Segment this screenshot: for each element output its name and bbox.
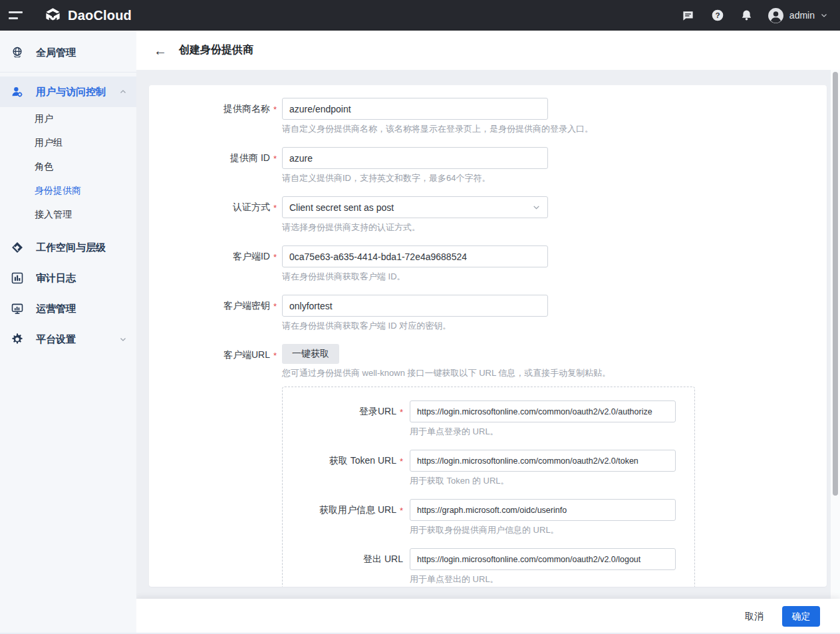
required-mark: *	[400, 406, 403, 417]
message-icon[interactable]	[677, 4, 700, 27]
avatar	[768, 7, 784, 24]
gear-icon	[11, 333, 24, 346]
required-mark: *	[273, 103, 277, 114]
confirm-button[interactable]: 确定	[782, 606, 820, 627]
page-title: 创建身份提供商	[179, 43, 253, 57]
workspace-icon	[11, 241, 24, 254]
sidebar-item-roles[interactable]: 角色	[0, 155, 136, 179]
vertical-scrollbar-thumb[interactable]	[833, 72, 838, 496]
sidebar-item-audit-logs[interactable]: 审计日志	[0, 263, 136, 293]
sidebar: 全局管理 用户与访问控制 用户 用户组 角色 身份提供商	[0, 31, 136, 634]
client-id-input[interactable]	[282, 245, 548, 267]
back-arrow-icon[interactable]: ←	[154, 44, 167, 57]
menu-toggle-icon[interactable]	[0, 0, 31, 31]
sidebar-item-label: 用户与访问控制	[36, 86, 107, 98]
login-url-input[interactable]	[410, 400, 676, 422]
username-label: admin	[789, 10, 815, 21]
brand-name: DaoCloud	[68, 8, 132, 23]
field-userinfo-url: 获取用户信息 URL * 用于获取身份提供商用户信息的 URL。	[283, 499, 694, 536]
sidebar-item-label: 运营管理	[36, 303, 127, 315]
field-label: 获取用户信息 URL	[319, 504, 396, 516]
daocloud-cube-icon	[44, 7, 62, 25]
sidebar-item-label: 平台设置	[36, 333, 107, 346]
globe-icon	[11, 46, 24, 59]
selected-value: Client secret sent as post	[289, 202, 394, 213]
user-chevron-down-icon	[820, 11, 828, 19]
sidebar-item-label: 用户	[35, 113, 53, 125]
token-url-input[interactable]	[410, 450, 676, 472]
vertical-scrollbar-track[interactable]	[831, 70, 840, 599]
sidebar-item-platform-settings[interactable]: 平台设置	[0, 324, 136, 355]
sidebar-item-identity-providers[interactable]: 身份提供商	[0, 179, 136, 203]
provider-id-input[interactable]	[282, 147, 548, 169]
sidebar-item-label: 身份提供商	[35, 185, 81, 197]
brand-logo[interactable]: DaoCloud	[44, 7, 132, 25]
required-mark: *	[273, 152, 277, 164]
sidebar-item-global-management[interactable]: 全局管理	[0, 31, 136, 71]
sidebar-item-label: 全局管理	[36, 47, 127, 59]
chevron-down-icon	[119, 335, 127, 343]
sidebar-item-user-groups[interactable]: 用户组	[0, 131, 136, 155]
required-mark: *	[273, 202, 277, 213]
field-help: 请自定义身份提供商名称，该名称将显示在登录页上，是身份提供商的登录入口。	[282, 124, 593, 134]
help-icon[interactable]: ?	[706, 4, 729, 27]
svg-text:?: ?	[715, 11, 720, 19]
sidebar-item-label: 用户组	[35, 137, 63, 149]
sidebar-item-label: 角色	[35, 161, 53, 173]
field-label: 获取 Token URL	[329, 455, 396, 467]
sidebar-item-users-access-control[interactable]: 用户与访问控制	[0, 77, 136, 107]
sidebar-item-label: 审计日志	[36, 272, 127, 285]
field-client-secret: 客户端密钥 * 请在身份提供商获取客户端 ID 对应的密钥。	[149, 295, 827, 331]
field-help: 用于获取身份提供商用户信息的 URL。	[410, 525, 676, 536]
logout-url-input[interactable]	[410, 548, 676, 570]
field-provider-id: 提供商 ID * 请自定义提供商ID，支持英文和数字，最多64个字符。	[149, 147, 827, 184]
field-provider-name: 提供商名称 * 请自定义身份提供商名称，该名称将显示在登录页上，是身份提供商的登…	[149, 98, 827, 134]
client-secret-input[interactable]	[282, 295, 548, 317]
sidebar-item-operations[interactable]: 运营管理	[0, 293, 136, 324]
ops-monitor-icon	[11, 302, 24, 315]
auth-method-select[interactable]: Client secret sent as post	[282, 196, 548, 218]
notifications-bell-icon[interactable]	[736, 4, 758, 27]
provider-name-input[interactable]	[282, 98, 548, 120]
sidebar-item-users[interactable]: 用户	[0, 107, 136, 131]
user-menu[interactable]: admin	[768, 7, 828, 24]
field-label: 登录URL	[359, 406, 396, 418]
sidebar-item-label: 工作空间与层级	[36, 241, 127, 254]
userinfo-url-input[interactable]	[410, 499, 676, 521]
field-logout-url: 登出 URL 用于单点登出的 URL。	[283, 548, 694, 585]
page-header: ← 创建身份提供商	[136, 31, 840, 70]
field-help: 请选择身份提供商支持的认证方式。	[282, 222, 548, 233]
one-click-fetch-button[interactable]: 一键获取	[282, 344, 339, 364]
field-label: 登出 URL	[363, 554, 403, 565]
required-mark: *	[273, 251, 277, 262]
url-group: 登录URL * 用于单点登录的 URL。 获取 Token URL * 用于获取…	[282, 387, 695, 587]
required-mark: *	[273, 300, 277, 311]
sidebar-item-label: 接入管理	[35, 209, 72, 221]
required-mark: *	[400, 455, 403, 466]
user-gear-icon	[11, 85, 24, 98]
required-mark: *	[400, 504, 403, 516]
field-label: 认证方式	[233, 202, 270, 214]
field-help: 请在身份提供商获取客户端 ID。	[282, 271, 548, 282]
cancel-button[interactable]: 取消	[745, 611, 764, 623]
audit-log-icon	[11, 271, 24, 285]
field-auth-method: 认证方式 * Client secret sent as post 请选择身份提…	[149, 196, 827, 233]
form-card: 提供商名称 * 请自定义身份提供商名称，该名称将显示在登录页上，是身份提供商的登…	[149, 85, 827, 587]
main-content: 提供商名称 * 请自定义身份提供商名称，该名称将显示在登录页上，是身份提供商的登…	[136, 70, 840, 599]
field-help: 用于单点登出的 URL。	[410, 574, 676, 585]
field-token-url: 获取 Token URL * 用于获取 Token 的 URL。	[283, 450, 694, 486]
field-help: 用于单点登录的 URL。	[410, 426, 676, 437]
field-label: 客户端ID	[233, 251, 270, 263]
sidebar-item-access-management[interactable]: 接入管理	[0, 203, 136, 227]
select-chevron-down-icon	[532, 203, 541, 212]
field-client-id: 客户端ID * 请在身份提供商获取客户端 ID。	[149, 245, 827, 282]
sidebar-item-workspaces[interactable]: 工作空间与层级	[0, 232, 136, 263]
field-label: 提供商 ID	[230, 152, 270, 164]
action-footer: 取消 确定	[136, 599, 840, 634]
field-help: 您可通过身份提供商 well-known 接口一键获取以下 URL 信息，或直接…	[282, 368, 611, 379]
chevron-up-icon	[119, 88, 127, 96]
field-client-url: 客户端URL * 一键获取 您可通过身份提供商 well-known 接口一键获…	[149, 344, 827, 379]
field-help: 请自定义提供商ID，支持英文和数字，最多64个字符。	[282, 173, 548, 184]
field-label: 提供商名称	[223, 103, 270, 115]
required-mark: *	[273, 349, 277, 361]
